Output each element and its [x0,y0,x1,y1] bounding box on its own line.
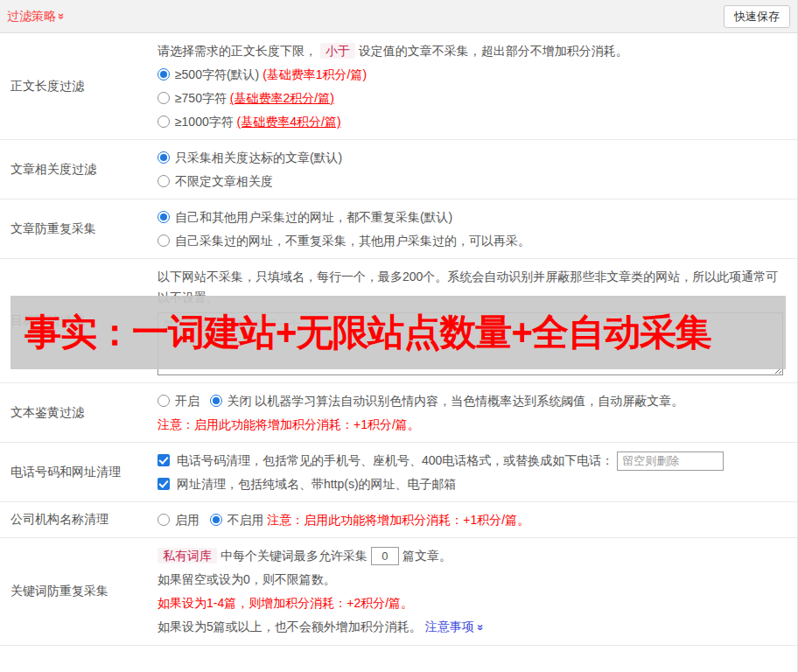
porn-filter-description: 以机器学习算法自动识别色情内容，当色情概率达到系统阈值，自动屏蔽文章。 [255,394,683,408]
header-bar: 过滤策略 » 快速保存 [0,0,797,33]
radio-selected-icon [210,395,222,407]
row-label: 关键词防重复采集 [0,538,158,645]
org-cleanup-cost-note: 注意：启用此功能将增加积分消耗：+1积分/篇。 [267,513,529,527]
body-length-description: 请选择需求的正文长度下限， 小于 设定值的文章不采集，超出部分不增加积分消耗。 [158,40,788,61]
row-label: 文章相关度过滤 [0,140,158,199]
max-collect-count-input[interactable] [371,547,399,565]
radio-relevance-strict[interactable]: 只采集相关度达标的文章(默认) [158,147,788,168]
radio-icon [158,514,170,526]
checkbox-phone-clean[interactable]: 电话号码清理，包括常见的手机号、座机号、400电话格式，或替换成如下电话： [158,453,617,467]
radio-selected-icon [158,68,170,80]
watermark-banner: 事实：一词建站+无限站点数量+全自动采集 [10,296,786,369]
phone-replace-input[interactable] [617,452,724,471]
keyword-dedup-note-1: 如果留空或设为0，则不限篇数。 [158,569,788,590]
row-label: 公司机构名称清理 [0,502,158,537]
row-phone-url-cleanup: 电话号码和网址清理 电话号码清理，包括常见的手机号、座机号、400电话格式，或替… [0,443,797,502]
radio-selected-icon [210,514,222,526]
radio-porn-on[interactable]: 开启 [158,394,203,408]
radio-icon [158,395,170,407]
filter-strategy-page: 过滤策略 » 快速保存 正文长度过滤 请选择需求的正文长度下限， 小于 设定值的… [0,0,798,672]
radio-icon [158,175,170,187]
row-dedup-collection: 文章防重复采集 自己和其他用户采集过的网址，都不重复采集(默认) 自己采集过的网… [0,200,797,259]
row-org-name-cleanup: 公司机构名称清理 启用 不启用 注意：启用此功能将增加积分消耗：+1积分/篇。 [0,502,797,538]
row-body-length-filter: 正文长度过滤 请选择需求的正文长度下限， 小于 设定值的文章不采集，超出部分不增… [0,33,797,140]
radio-icon [158,92,170,104]
row-relevance-filter: 文章相关度过滤 只采集相关度达标的文章(默认) 不限定文章相关度 [0,140,797,200]
checkbox-url-clean[interactable]: 网址清理，包括纯域名、带http(s)的网址、电子邮箱 [158,473,788,494]
notice-link[interactable]: 注意事项» [425,620,483,634]
rate-note: (基础费率1积分/篇) [262,67,367,81]
radio-org-enable[interactable]: 启用 [158,513,203,527]
keyword-dedup-cost-note: 如果设为1-4篇，则增加积分消耗：+2积分/篇。 [158,592,788,613]
collapse-chevron-icon[interactable]: » [55,13,68,19]
row-label: 电话号码和网址清理 [0,443,158,501]
watermark-text: 事实：一词建站+无限站点数量+全自动采集 [24,308,711,357]
radio-icon [158,234,170,247]
row-label: 文章防重复采集 [0,200,158,258]
row-label: 文本鉴黄过滤 [0,383,158,442]
radio-porn-off[interactable]: 关闭 [210,394,256,408]
row-label: 正文长度过滤 [0,33,158,139]
radio-org-disable[interactable]: 不启用 [210,513,268,527]
less-than-badge: 小于 [320,43,355,59]
radio-selected-icon [158,151,170,164]
radio-selected-icon [158,211,170,223]
radio-min-500[interactable]: ≥500字符(默认) (基础费率1积分/篇) [158,64,788,85]
radio-icon [158,116,170,128]
rate-note: (基础费率2积分/篇) [230,91,334,105]
checkbox-checked-icon [158,454,170,466]
quick-save-button[interactable]: 快速保存 [724,5,790,28]
radio-min-750[interactable]: ≥750字符 (基础费率2积分/篇) [158,88,788,108]
checkbox-checked-icon [158,478,170,490]
radio-min-1000[interactable]: ≥1000字符 (基础费率4积分/篇) [158,111,788,132]
keyword-dedup-note-2: 如果设为5篇或以上，也不会额外增加积分消耗。 [158,620,422,634]
radio-dedup-self-only[interactable]: 自己采集过的网址，不重复采集，其他用户采集过的，可以再采。 [158,230,788,251]
chevron-down-icon: » [469,624,490,630]
private-thesaurus-badge: 私有词库 [158,548,217,564]
radio-relevance-any[interactable]: 不限定文章相关度 [158,171,788,192]
radio-dedup-global[interactable]: 自己和其他用户采集过的网址，都不重复采集(默认) [158,206,788,228]
porn-filter-cost-note: 注意：启用此功能将增加积分消耗：+1积分/篇。 [158,414,788,435]
row-keyword-dedup: 关键词防重复采集 私有词库 中每个关键词最多允许采集篇文章。 如果留空或设为0，… [0,538,797,646]
row-porn-filter: 文本鉴黄过滤 开启 关闭 以机器学习算法自动识别色情内容，当色情概率达到系统阈值… [0,383,797,443]
rate-note: (基础费率4积分/篇) [237,115,341,129]
page-title: 过滤策略 [7,9,56,24]
